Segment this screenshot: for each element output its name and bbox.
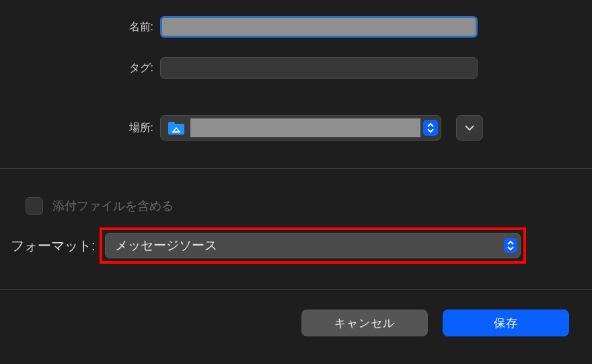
format-selected-value: メッセージソース	[115, 237, 504, 254]
home-folder-icon	[166, 120, 186, 136]
format-updown-icon	[504, 238, 517, 253]
cancel-button[interactable]: キャンセル	[301, 310, 428, 336]
location-row: 場所:	[112, 115, 483, 141]
divider-bottom	[0, 289, 592, 290]
tag-input[interactable]	[160, 57, 478, 79]
location-label: 場所:	[112, 121, 153, 135]
button-row: キャンセル 保存	[301, 310, 569, 336]
include-attachments-checkbox[interactable]	[26, 197, 43, 215]
chevron-down-icon	[464, 124, 475, 131]
format-select[interactable]: メッセージソース	[105, 233, 521, 258]
save-button[interactable]: 保存	[443, 310, 569, 336]
tag-label: タグ:	[112, 61, 153, 75]
tag-row: タグ:	[112, 57, 478, 79]
name-input[interactable]	[160, 16, 478, 38]
format-highlight: メッセージソース	[100, 227, 526, 264]
expand-button[interactable]	[456, 115, 483, 141]
svg-rect-1	[168, 122, 175, 126]
name-row: 名前:	[112, 16, 478, 38]
name-label: 名前:	[112, 20, 153, 34]
location-updown-icon[interactable]	[423, 120, 438, 136]
include-attachments-label: 添付ファイルを含める	[52, 198, 174, 214]
location-value	[190, 118, 420, 137]
include-attachments-row: 添付ファイルを含める	[26, 197, 174, 215]
format-label: フォーマット:	[11, 237, 96, 255]
divider	[0, 168, 592, 169]
format-row: フォーマット: メッセージソース	[11, 227, 526, 264]
location-picker[interactable]	[160, 115, 441, 141]
